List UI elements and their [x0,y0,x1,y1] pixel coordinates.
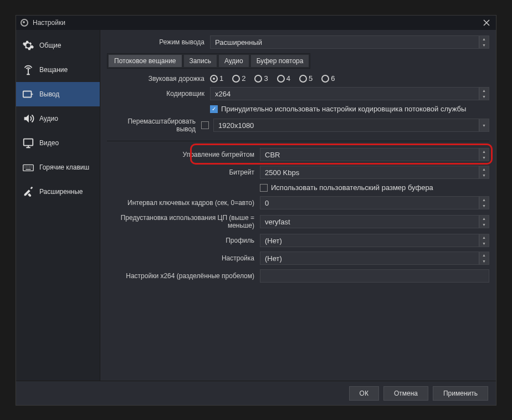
cpu-preset-select[interactable]: veryfast▲▼ [260,215,489,228]
rescale-select[interactable]: 1920x1080▼ [213,119,489,132]
radio-icon [210,75,218,83]
keyframe-input[interactable]: 0▲▼ [260,196,489,209]
cancel-button[interactable]: Отмена [383,386,428,401]
audio-track-group: 1 2 3 4 5 6 [210,74,489,83]
spin-buttons[interactable]: ▲▼ [479,36,489,48]
x264opts-input[interactable] [260,269,489,283]
sidebar-item-video[interactable]: Видео [16,131,100,155]
sidebar: Общие Вещание Вывод Аудио Видео Горячие … [16,30,100,381]
sidebar-item-label: Горячие клавиш [39,163,89,171]
input-value: 0 [265,199,269,207]
encoder-label: Кодировщик [107,90,210,98]
main-panel: Режим вывода Расширенный▲▼ Потоковое вещ… [100,30,496,381]
radio-icon [254,75,262,83]
custom-buffer-checkbox[interactable] [260,184,268,192]
speaker-icon [22,112,35,125]
dropdown-icon[interactable]: ▼ [479,119,489,131]
radio-track-1[interactable]: 1 [210,74,223,83]
sidebar-item-output[interactable]: Вывод [16,82,100,106]
enforce-label: Принудительно использовать настройки код… [221,105,466,113]
svg-point-0 [28,69,29,70]
spin-buttons[interactable]: ▲▼ [479,234,489,247]
sidebar-item-hotkeys[interactable]: Горячие клавиш [16,155,100,180]
radio-track-2[interactable]: 2 [232,74,245,83]
radio-track-4[interactable]: 4 [277,74,290,83]
output-icon [22,88,35,101]
close-button[interactable] [482,18,491,28]
cpu-preset-label: Предустановка использования ЦП (выше = м… [107,214,260,229]
sidebar-item-label: Вещание [39,66,68,74]
tab-streaming[interactable]: Потоковое вещание [109,55,182,67]
bitrate-input[interactable]: 2500 Kbps▲▼ [260,166,489,179]
select-value: veryfast [265,218,290,226]
select-value: CBR [265,151,280,159]
apply-button[interactable]: Применить [433,386,488,401]
profile-label: Профиль [107,237,260,244]
rescale-checkbox[interactable] [201,121,209,129]
svg-rect-2 [24,139,33,146]
rescale-label: Перемасштабировать вывод [107,117,201,133]
output-mode-label: Режим вывода [107,38,210,46]
rate-control-select[interactable]: CBR▲▼ [260,148,489,161]
dialog-buttons: ОК Отмена Применить [16,381,496,405]
spin-buttons[interactable]: ▲▼ [479,197,489,209]
ok-button[interactable]: ОК [349,386,379,401]
app-logo-icon [21,19,28,27]
svg-rect-3 [23,165,33,171]
output-tabs: Потоковое вещание Запись Аудио Буфер пов… [107,53,310,69]
tune-label: Настройка [107,254,260,262]
radio-track-6[interactable]: 6 [321,74,335,83]
tab-replay[interactable]: Буфер повтора [251,55,309,67]
radio-icon [232,75,240,83]
svg-rect-1 [23,91,32,98]
separator [107,141,489,141]
radio-track-3[interactable]: 3 [254,74,268,83]
sidebar-item-label: Расширенные [39,188,83,196]
select-value: (Нет) [265,254,282,263]
sidebar-item-label: Общие [39,42,61,49]
bitrate-label: Битрейт [107,168,260,176]
monitor-icon [22,136,35,150]
x264opts-label: Настройки x264 (разделённые пробелом) [107,272,260,280]
sidebar-item-label: Видео [39,139,59,147]
radio-icon [321,75,329,83]
gear-icon [22,39,35,52]
sidebar-item-stream[interactable]: Вещание [16,58,100,82]
sidebar-item-label: Аудио [39,115,58,122]
rate-control-label: Управление битрейтом [107,151,260,158]
enforce-checkbox[interactable]: ✓ [210,105,218,113]
tools-icon [22,185,35,198]
window-title: Настройки [33,19,65,27]
encoder-select[interactable]: x264▲▼ [210,87,489,100]
antenna-icon [22,63,35,76]
tab-recording[interactable]: Запись [184,55,217,67]
radio-icon [299,75,307,83]
select-value: x264 [215,90,231,98]
keyboard-icon [22,161,35,174]
profile-select[interactable]: (Нет)▲▼ [260,234,489,247]
custom-buffer-label: Использовать пользовательский размер буф… [271,183,433,192]
sidebar-item-label: Вывод [39,90,59,98]
sidebar-item-audio[interactable]: Аудио [16,106,100,131]
keyframe-label: Интервал ключевых кадров (сек, 0=авто) [107,199,260,207]
titlebar: Настройки [16,16,496,30]
select-value: Расширенный [215,38,262,47]
spin-buttons[interactable]: ▲▼ [479,166,489,178]
tune-select[interactable]: (Нет)▲▼ [260,252,489,265]
radio-track-5[interactable]: 5 [299,74,313,83]
select-value: 1920x1080 [218,121,254,130]
sidebar-item-advanced[interactable]: Расширенные [16,180,100,204]
tab-audio[interactable]: Аудио [219,55,249,67]
spin-buttons[interactable]: ▲▼ [479,148,489,161]
spin-buttons[interactable]: ▲▼ [479,216,489,228]
sidebar-item-general[interactable]: Общие [16,33,100,58]
input-value: 2500 Kbps [265,168,299,177]
select-value: (Нет) [265,237,282,245]
spin-buttons[interactable]: ▲▼ [479,252,489,264]
radio-icon [277,75,285,83]
spin-buttons[interactable]: ▲▼ [479,88,489,100]
output-mode-select[interactable]: Расширенный▲▼ [210,35,489,49]
audio-track-label: Звуковая дорожка [107,75,210,83]
